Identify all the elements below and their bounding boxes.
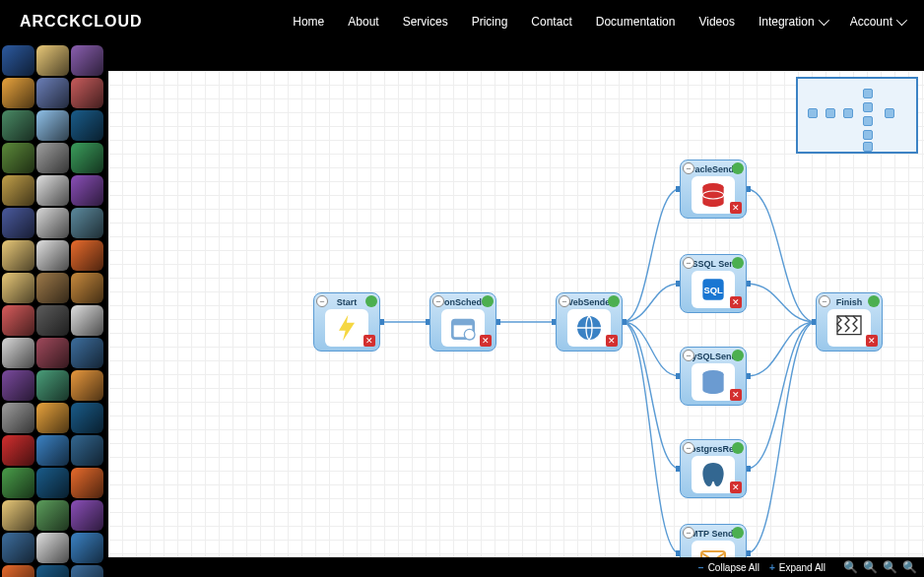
palette-item-12[interactable] [2,175,34,206]
palette-item-11[interactable] [71,143,103,173]
expand-all-button[interactable]: +Expand All [769,562,825,573]
palette-item-2[interactable] [71,45,103,76]
nav-home[interactable]: Home [293,15,324,29]
palette-item-34[interactable] [36,403,69,433]
palette-item-46[interactable] [36,533,69,563]
palette-item-29[interactable] [71,338,103,368]
nav-videos[interactable]: Videos [698,15,734,29]
node-start[interactable]: −Start✕ [313,292,380,352]
footer-bar: −Collapse All +Expand All 🔍 🔍 🔍 🔍 [108,557,924,577]
nav-integration[interactable]: Integration [759,15,826,29]
node-postgres[interactable]: −PostgresReceiver✕ [680,439,747,498]
palette-item-15[interactable] [2,208,34,238]
palette-item-17[interactable] [71,208,103,238]
palette-item-36[interactable] [2,435,34,466]
collapse-icon[interactable]: − [683,162,694,174]
palette-item-50[interactable] [71,565,103,577]
palette-item-43[interactable] [36,500,69,531]
palette-item-35[interactable] [71,403,103,433]
delete-node-icon[interactable]: ✕ [730,481,742,493]
palette-item-31[interactable] [36,370,69,401]
minimap[interactable] [796,77,918,154]
nav-account-label: Account [850,15,892,29]
palette-item-28[interactable] [36,338,69,368]
palette-item-4[interactable] [36,78,69,108]
palette-item-44[interactable] [71,500,103,531]
collapse-icon[interactable]: − [683,527,694,539]
palette-item-24[interactable] [2,305,34,336]
nav-account[interactable]: Account [850,15,904,29]
palette-item-23[interactable] [71,273,103,303]
node-cron[interactable]: −CronScheduler✕ [429,292,496,352]
collapse-icon[interactable]: − [432,295,444,307]
delete-node-icon[interactable]: ✕ [730,389,742,401]
palette-item-40[interactable] [36,468,69,498]
palette-item-25[interactable] [36,305,69,336]
palette-item-13[interactable] [36,175,69,206]
palette-item-16[interactable] [36,208,69,238]
collapse-icon[interactable]: − [559,295,570,307]
collapse-all-button[interactable]: −Collapse All [698,562,759,573]
nav-contact[interactable]: Contact [531,15,571,29]
palette-item-7[interactable] [36,110,69,141]
node-smtp[interactable]: −SMTP Sender✕ [680,524,747,557]
delete-node-icon[interactable]: ✕ [606,335,618,347]
palette-item-27[interactable] [2,338,34,368]
app-header: ARCCKCLOUD Home About Services Pricing C… [0,0,924,43]
palette-item-1[interactable] [36,45,69,76]
zoom-reset-icon[interactable]: 🔍 [902,560,916,574]
palette-item-38[interactable] [71,435,103,466]
palette-item-20[interactable] [71,240,103,271]
palette-item-9[interactable] [2,143,34,173]
palette-item-8[interactable] [71,110,103,141]
node-oracle[interactable]: −OracleSender✕ [680,160,747,219]
palette-item-21[interactable] [2,273,34,303]
node-mysql[interactable]: −MySQLSender✕ [680,347,747,406]
delete-node-icon[interactable]: ✕ [730,296,742,308]
palette-item-19[interactable] [36,240,69,271]
node-mssql[interactable]: −MSSQL SenderSQL✕ [680,254,747,313]
palette-item-22[interactable] [36,273,69,303]
palette-item-45[interactable] [2,533,34,563]
palette-item-39[interactable] [2,468,34,498]
delete-node-icon[interactable]: ✕ [480,335,492,347]
node-finish[interactable]: −Finish✕ [816,292,883,352]
collapse-icon[interactable]: − [683,350,694,361]
palette-item-41[interactable] [71,468,103,498]
workflow-canvas[interactable]: −Start✕−CronScheduler✕−WebSender✕−Oracle… [108,71,924,557]
collapse-icon[interactable]: − [683,257,694,269]
palette-item-42[interactable] [2,500,34,531]
palette-item-10[interactable] [36,143,69,173]
collapse-icon[interactable]: − [819,295,830,307]
palette-item-0[interactable] [2,45,34,76]
nav-pricing[interactable]: Pricing [472,15,508,29]
collapse-icon[interactable]: − [683,442,694,454]
palette-item-6[interactable] [2,110,34,141]
palette-item-33[interactable] [2,403,34,433]
delete-node-icon[interactable]: ✕ [363,335,375,347]
palette-item-26[interactable] [71,305,103,336]
delete-node-icon[interactable]: ✕ [730,202,742,214]
delete-node-icon[interactable]: ✕ [866,335,878,347]
node-web[interactable]: −WebSender✕ [556,292,623,352]
palette-item-14[interactable] [71,175,103,206]
palette-item-37[interactable] [36,435,69,466]
zoom-in-icon[interactable]: 🔍 [843,560,857,574]
svg-text:SQL: SQL [703,286,722,295]
nav-about[interactable]: About [348,15,378,29]
chevron-down-icon [818,15,828,26]
palette-item-5[interactable] [71,78,103,108]
palette-item-49[interactable] [36,565,69,577]
palette-item-48[interactable] [2,565,34,577]
zoom-fit-icon[interactable]: 🔍 [883,560,896,574]
nav-documentation[interactable]: Documentation [596,15,676,29]
collapse-icon[interactable]: − [316,295,328,307]
status-ok-icon [482,295,494,307]
nav-services[interactable]: Services [403,15,448,29]
palette-item-18[interactable] [2,240,34,271]
palette-item-32[interactable] [71,370,103,401]
zoom-out-icon[interactable]: 🔍 [863,560,877,574]
palette-item-30[interactable] [2,370,34,401]
palette-item-47[interactable] [71,533,103,563]
palette-item-3[interactable] [2,78,34,108]
